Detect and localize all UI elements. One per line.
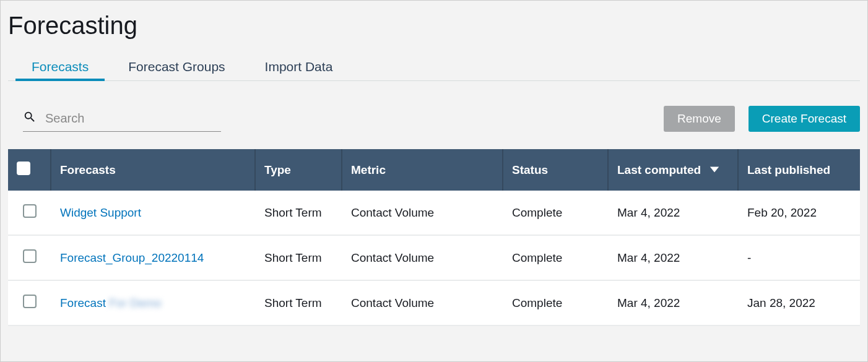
cell-metric: Contact Volume <box>342 281 503 326</box>
cell-type: Short Term <box>256 191 342 236</box>
tab-forecasts[interactable]: Forecasts <box>30 54 90 80</box>
header-status[interactable]: Status <box>503 149 609 191</box>
cell-status: Complete <box>503 281 609 326</box>
cell-metric: Contact Volume <box>342 191 503 236</box>
forecast-link[interactable]: Forecast For Demo <box>60 296 162 309</box>
cell-last-computed: Mar 4, 2022 <box>609 281 739 326</box>
table-row: Widget Support Short Term Contact Volume… <box>8 191 860 236</box>
cell-status: Complete <box>503 191 609 236</box>
cell-last-published: - <box>739 236 860 281</box>
header-last-computed-label: Last computed <box>617 163 701 176</box>
tab-forecast-groups[interactable]: Forecast Groups <box>127 54 226 80</box>
header-type[interactable]: Type <box>256 149 342 191</box>
header-metric[interactable]: Metric <box>342 149 503 191</box>
search-field[interactable] <box>23 110 221 132</box>
search-input[interactable] <box>45 111 221 126</box>
forecasts-table: Forecasts Type Metric Status Last comput… <box>8 149 860 326</box>
forecast-link[interactable]: Widget Support <box>60 206 141 219</box>
select-all-checkbox[interactable] <box>17 162 30 175</box>
cell-last-published: Jan 28, 2022 <box>739 281 860 326</box>
cell-type: Short Term <box>256 236 342 281</box>
remove-button[interactable]: Remove <box>664 106 735 132</box>
create-forecast-button[interactable]: Create Forecast <box>749 106 860 132</box>
header-forecasts[interactable]: Forecasts <box>51 149 256 191</box>
cell-status: Complete <box>503 236 609 281</box>
header-last-published[interactable]: Last published <box>739 149 860 191</box>
row-checkbox[interactable] <box>23 204 37 218</box>
forecast-link[interactable]: Forecast_Group_20220114 <box>60 251 204 264</box>
cell-last-computed: Mar 4, 2022 <box>609 236 739 281</box>
header-checkbox-cell <box>8 149 51 191</box>
table-row: Forecast_Group_20220114 Short Term Conta… <box>8 236 860 281</box>
cell-type: Short Term <box>256 281 342 326</box>
tab-import-data[interactable]: Import Data <box>264 54 334 80</box>
forecast-link-text: Forecast <box>60 296 106 309</box>
forecast-link-blurred: For Demo <box>109 296 161 309</box>
toolbar: Remove Create Forecast <box>8 81 860 149</box>
search-icon <box>23 110 37 126</box>
sort-desc-icon <box>709 163 720 177</box>
cell-metric: Contact Volume <box>342 236 503 281</box>
cell-last-published: Feb 20, 2022 <box>739 191 860 236</box>
table-row: Forecast For Demo Short Term Contact Vol… <box>8 281 860 326</box>
tab-bar: Forecasts Forecast Groups Import Data <box>8 54 860 81</box>
row-checkbox[interactable] <box>23 249 37 263</box>
cell-last-computed: Mar 4, 2022 <box>609 191 739 236</box>
row-checkbox[interactable] <box>23 295 37 308</box>
header-last-computed[interactable]: Last computed <box>609 149 739 191</box>
page-title: Forecasting <box>8 1 860 54</box>
